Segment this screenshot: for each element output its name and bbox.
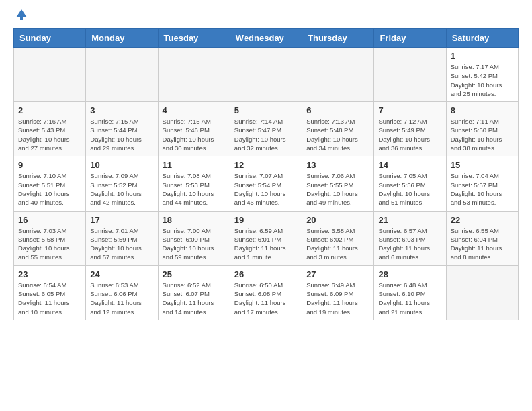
day-number: 7: [378, 105, 441, 116]
day-info: Sunrise: 7:10 AM Sunset: 5:51 PM Dayligh…: [18, 171, 81, 207]
day-info: Sunrise: 7:00 AM Sunset: 6:00 PM Dayligh…: [163, 226, 226, 262]
day-info: Sunrise: 7:13 AM Sunset: 5:48 PM Dayligh…: [306, 117, 369, 152]
day-number: 15: [451, 160, 514, 170]
calendar-cell: 10Sunrise: 7:09 AM Sunset: 5:52 PM Dayli…: [86, 156, 158, 211]
day-number: 16: [18, 215, 81, 225]
calendar-header-wednesday: Wednesday: [230, 29, 302, 48]
day-info: Sunrise: 7:09 AM Sunset: 5:52 PM Dayligh…: [90, 171, 153, 207]
calendar-cell: 26Sunrise: 6:50 AM Sunset: 6:08 PM Dayli…: [230, 265, 302, 320]
day-info: Sunrise: 7:08 AM Sunset: 5:53 PM Dayligh…: [163, 171, 226, 207]
logo-icon: [15, 8, 28, 21]
calendar-week-row: 16Sunrise: 7:03 AM Sunset: 5:58 PM Dayli…: [14, 211, 519, 265]
calendar-cell: 18Sunrise: 7:00 AM Sunset: 6:00 PM Dayli…: [158, 211, 230, 265]
day-info: Sunrise: 7:05 AM Sunset: 5:56 PM Dayligh…: [378, 171, 441, 207]
calendar-cell: 21Sunrise: 6:57 AM Sunset: 6:03 PM Dayli…: [374, 211, 446, 265]
calendar-cell: 28Sunrise: 6:48 AM Sunset: 6:10 PM Dayli…: [374, 265, 446, 320]
day-info: Sunrise: 7:04 AM Sunset: 5:57 PM Dayligh…: [451, 171, 514, 207]
calendar-header-sunday: Sunday: [14, 29, 86, 48]
day-number: 22: [451, 215, 514, 225]
calendar-cell: 9Sunrise: 7:10 AM Sunset: 5:51 PM Daylig…: [14, 156, 86, 211]
day-info: Sunrise: 6:54 AM Sunset: 6:05 PM Dayligh…: [18, 281, 81, 316]
calendar-cell: 5Sunrise: 7:14 AM Sunset: 5:47 PM Daylig…: [230, 102, 302, 156]
day-number: 5: [234, 105, 298, 116]
calendar-week-row: 23Sunrise: 6:54 AM Sunset: 6:05 PM Dayli…: [14, 265, 519, 320]
day-number: 28: [378, 269, 441, 279]
calendar-cell: 19Sunrise: 6:59 AM Sunset: 6:01 PM Dayli…: [230, 211, 302, 265]
logo: [13, 13, 28, 21]
calendar-week-row: 2Sunrise: 7:16 AM Sunset: 5:43 PM Daylig…: [14, 102, 519, 156]
calendar-cell: 11Sunrise: 7:08 AM Sunset: 5:53 PM Dayli…: [158, 156, 230, 211]
calendar-week-row: 9Sunrise: 7:10 AM Sunset: 5:51 PM Daylig…: [14, 156, 519, 211]
calendar-cell: 25Sunrise: 6:52 AM Sunset: 6:07 PM Dayli…: [158, 265, 230, 320]
day-number: 11: [163, 160, 226, 170]
calendar-cell: [158, 48, 230, 102]
day-number: 9: [18, 160, 81, 170]
day-info: Sunrise: 7:01 AM Sunset: 5:59 PM Dayligh…: [90, 226, 153, 262]
calendar-cell: 17Sunrise: 7:01 AM Sunset: 5:59 PM Dayli…: [86, 211, 158, 265]
calendar-cell: [86, 48, 158, 102]
day-number: 4: [163, 105, 226, 116]
day-number: 24: [90, 269, 153, 279]
calendar-week-row: 1Sunrise: 7:17 AM Sunset: 5:42 PM Daylig…: [14, 48, 519, 102]
day-number: 20: [306, 215, 369, 225]
day-info: Sunrise: 6:52 AM Sunset: 6:07 PM Dayligh…: [163, 281, 226, 316]
day-info: Sunrise: 7:14 AM Sunset: 5:47 PM Dayligh…: [234, 117, 298, 152]
svg-rect-1: [20, 17, 23, 20]
calendar-cell: [302, 48, 374, 102]
day-info: Sunrise: 7:03 AM Sunset: 5:58 PM Dayligh…: [18, 226, 81, 262]
day-number: 6: [306, 105, 369, 116]
calendar-header-tuesday: Tuesday: [158, 29, 230, 48]
day-number: 10: [90, 160, 153, 170]
calendar-header-monday: Monday: [86, 29, 158, 48]
svg-marker-0: [16, 9, 27, 17]
day-info: Sunrise: 6:55 AM Sunset: 6:04 PM Dayligh…: [451, 226, 514, 262]
calendar-cell: 16Sunrise: 7:03 AM Sunset: 5:58 PM Dayli…: [14, 211, 86, 265]
day-info: Sunrise: 7:11 AM Sunset: 5:50 PM Dayligh…: [451, 117, 514, 152]
day-number: 17: [90, 215, 153, 225]
calendar-cell: 22Sunrise: 6:55 AM Sunset: 6:04 PM Dayli…: [446, 211, 518, 265]
day-info: Sunrise: 7:15 AM Sunset: 5:44 PM Dayligh…: [90, 117, 153, 152]
calendar-cell: [14, 48, 86, 102]
day-number: 18: [163, 215, 226, 225]
calendar-header-row: SundayMondayTuesdayWednesdayThursdayFrid…: [14, 29, 519, 48]
calendar-cell: 13Sunrise: 7:06 AM Sunset: 5:55 PM Dayli…: [302, 156, 374, 211]
calendar-cell: 7Sunrise: 7:12 AM Sunset: 5:49 PM Daylig…: [374, 102, 446, 156]
calendar-cell: [446, 265, 518, 320]
day-number: 2: [18, 105, 81, 116]
day-info: Sunrise: 6:59 AM Sunset: 6:01 PM Dayligh…: [234, 226, 298, 262]
day-info: Sunrise: 6:57 AM Sunset: 6:03 PM Dayligh…: [378, 226, 441, 262]
day-info: Sunrise: 7:15 AM Sunset: 5:46 PM Dayligh…: [163, 117, 226, 152]
day-number: 1: [451, 51, 514, 61]
calendar-header-thursday: Thursday: [302, 29, 374, 48]
calendar-cell: 14Sunrise: 7:05 AM Sunset: 5:56 PM Dayli…: [374, 156, 446, 211]
day-number: 27: [306, 269, 369, 279]
calendar-cell: 1Sunrise: 7:17 AM Sunset: 5:42 PM Daylig…: [446, 48, 518, 102]
day-info: Sunrise: 6:50 AM Sunset: 6:08 PM Dayligh…: [234, 281, 298, 316]
calendar-cell: 15Sunrise: 7:04 AM Sunset: 5:57 PM Dayli…: [446, 156, 518, 211]
calendar-header-friday: Friday: [374, 29, 446, 48]
calendar-cell: 23Sunrise: 6:54 AM Sunset: 6:05 PM Dayli…: [14, 265, 86, 320]
day-info: Sunrise: 7:06 AM Sunset: 5:55 PM Dayligh…: [306, 171, 369, 207]
day-info: Sunrise: 6:58 AM Sunset: 6:02 PM Dayligh…: [306, 226, 369, 262]
calendar-cell: [374, 48, 446, 102]
calendar-cell: [230, 48, 302, 102]
day-number: 19: [234, 215, 298, 225]
day-info: Sunrise: 7:16 AM Sunset: 5:43 PM Dayligh…: [18, 117, 81, 152]
calendar-cell: 20Sunrise: 6:58 AM Sunset: 6:02 PM Dayli…: [302, 211, 374, 265]
calendar-cell: 8Sunrise: 7:11 AM Sunset: 5:50 PM Daylig…: [446, 102, 518, 156]
day-info: Sunrise: 7:07 AM Sunset: 5:54 PM Dayligh…: [234, 171, 298, 207]
day-info: Sunrise: 7:12 AM Sunset: 5:49 PM Dayligh…: [378, 117, 441, 152]
calendar-cell: 4Sunrise: 7:15 AM Sunset: 5:46 PM Daylig…: [158, 102, 230, 156]
calendar-cell: 27Sunrise: 6:49 AM Sunset: 6:09 PM Dayli…: [302, 265, 374, 320]
day-info: Sunrise: 6:48 AM Sunset: 6:10 PM Dayligh…: [378, 281, 441, 316]
calendar-header-saturday: Saturday: [446, 29, 518, 48]
day-number: 12: [234, 160, 298, 170]
day-number: 14: [378, 160, 441, 170]
calendar-cell: 12Sunrise: 7:07 AM Sunset: 5:54 PM Dayli…: [230, 156, 302, 211]
day-number: 13: [306, 160, 369, 170]
day-info: Sunrise: 6:49 AM Sunset: 6:09 PM Dayligh…: [306, 281, 369, 316]
day-info: Sunrise: 7:17 AM Sunset: 5:42 PM Dayligh…: [451, 62, 514, 98]
calendar-cell: 2Sunrise: 7:16 AM Sunset: 5:43 PM Daylig…: [14, 102, 86, 156]
calendar-cell: 3Sunrise: 7:15 AM Sunset: 5:44 PM Daylig…: [86, 102, 158, 156]
page-header: [13, 13, 519, 21]
